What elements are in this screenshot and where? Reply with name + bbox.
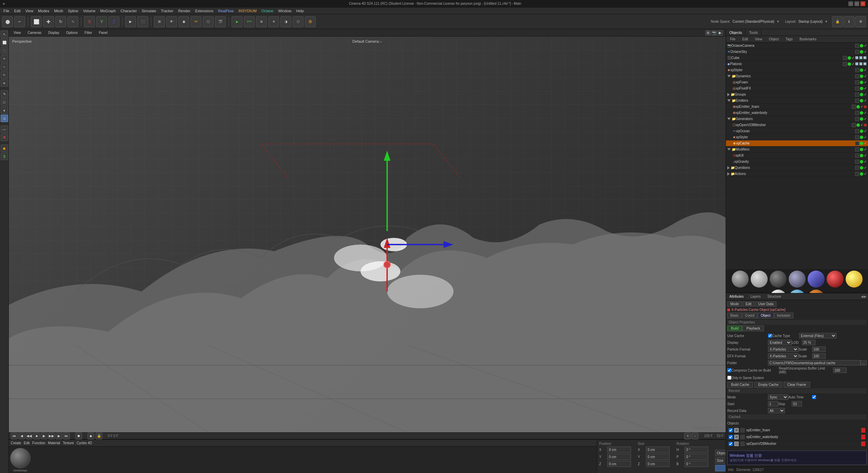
particle-format-select[interactable]: X-Particles xyxy=(768,347,798,352)
menu-mesh[interactable]: Mesh xyxy=(52,8,65,14)
tool-line[interactable]: — xyxy=(1,125,8,133)
preview-sphere-red[interactable] xyxy=(827,271,844,288)
toolbar-select-model[interactable]: ⬜ xyxy=(31,16,42,27)
actions-expand[interactable] xyxy=(727,172,730,176)
record-data-select[interactable]: All xyxy=(768,408,785,413)
obj-xpopenvdbmesher[interactable]: ⬡ xpOpenVDBMesher ✓ xyxy=(726,122,868,128)
tool-magnet[interactable]: ⊙ xyxy=(1,115,8,122)
obj-octanesky[interactable]: ☀ OctaneSky ✓ xyxy=(726,49,868,55)
obj-subtab-tags[interactable]: Tags xyxy=(783,37,795,42)
stop-btn[interactable]: ■ xyxy=(33,433,40,439)
preview-sphere-blend[interactable] xyxy=(789,271,806,288)
toolbar-icon4[interactable]: ☀ xyxy=(268,16,279,27)
rot-p-input[interactable] xyxy=(685,454,708,460)
toolbar-icon3[interactable]: ⊚ xyxy=(256,16,267,27)
attr-tab-attributes[interactable]: Attributes xyxy=(726,294,747,299)
obj-subtab-object[interactable]: Object xyxy=(766,37,782,42)
menu-octane[interactable]: Octane xyxy=(259,8,275,14)
obj-questions-folder[interactable]: 📁 Questions ✓ xyxy=(726,165,868,171)
cached-check-foam[interactable] xyxy=(729,428,733,432)
toolbar-z-axis[interactable]: Z xyxy=(108,16,119,27)
obj-groups-folder[interactable]: 📁 Groups ✓ xyxy=(726,92,868,98)
vp-cameras-btn[interactable]: Cameras xyxy=(26,30,44,35)
obj-subtab-view[interactable]: View xyxy=(752,37,765,42)
toolbar-icon6[interactable]: ⬡ xyxy=(293,16,303,27)
obj-vis-check[interactable] xyxy=(855,111,859,115)
cache-type-select[interactable]: External (Files) Internal xyxy=(799,333,836,338)
obj-vis-check[interactable] xyxy=(855,74,859,78)
minimize-button[interactable]: − xyxy=(848,1,853,6)
playback-tab-btn[interactable]: Playback xyxy=(743,326,764,331)
timeline-zoom-in[interactable]: + xyxy=(684,433,691,439)
obj-platonic[interactable]: ◆ Platonic ✓ 🔢 🔣 🔤 xyxy=(726,61,868,67)
tab-tools[interactable]: Tools xyxy=(746,29,762,36)
obj-vis-check[interactable] xyxy=(855,147,859,152)
folder-input[interactable] xyxy=(768,360,861,366)
obj-vis-check[interactable] xyxy=(843,56,847,60)
cached-item-vdb[interactable]: ⬡ xpOpenVDBMesher xyxy=(727,440,867,447)
menu-edit[interactable]: Edit xyxy=(12,8,23,14)
cached-check-waterbody[interactable] xyxy=(729,435,733,439)
layout-dropdown[interactable]: ▼ xyxy=(825,20,828,23)
modifiers-expand[interactable] xyxy=(727,148,731,151)
attr-tab-coord[interactable]: Coord xyxy=(742,313,757,318)
size-y-input[interactable] xyxy=(646,454,670,460)
empty-cache-btn[interactable]: Empty Cache xyxy=(754,382,782,388)
mode-select[interactable]: Sync Async xyxy=(768,394,788,400)
play-back-btn[interactable]: ◀◀ xyxy=(26,433,33,439)
clear-frame-btn[interactable]: Clear Frame xyxy=(784,382,810,388)
preview-sphere-blue[interactable] xyxy=(808,271,825,288)
obj-vis-check[interactable] xyxy=(855,154,859,158)
tool-transform[interactable]: ⊕ xyxy=(1,79,8,87)
size-z-input[interactable] xyxy=(646,461,670,467)
rot-h-input[interactable] xyxy=(685,447,708,453)
menu-extensions[interactable]: Extensions xyxy=(193,8,215,14)
tool-rotate[interactable]: ↻ xyxy=(1,71,8,79)
mat-function[interactable]: Function xyxy=(32,441,45,445)
menu-modes[interactable]: Modes xyxy=(36,8,51,14)
tool-pen[interactable]: ✎ xyxy=(1,90,8,98)
obj-octanecamera[interactable]: 📷 OctaneCamera ✓ xyxy=(726,43,868,49)
obj-cube[interactable]: ⬛ Cube ✓ 🔢 🔣 🔤 xyxy=(726,55,868,61)
toolbar-scale[interactable]: ⤡ xyxy=(67,16,78,27)
menu-tracker[interactable]: Tracker xyxy=(159,8,176,14)
obj-vis-check[interactable] xyxy=(855,44,859,48)
build-cache-btn[interactable]: Build Cache xyxy=(727,382,753,388)
toolbar-rotate[interactable]: ↻ xyxy=(55,16,66,27)
menu-render[interactable]: Render xyxy=(176,8,192,14)
obj-vis-check[interactable] xyxy=(855,166,859,170)
generators-expand[interactable] xyxy=(727,118,731,120)
tool-polypen[interactable]: ⬡ xyxy=(1,98,8,106)
attr-nav-fwd[interactable]: ▶ xyxy=(864,295,867,298)
play-fwd-btn[interactable]: ▶▶ xyxy=(48,433,55,439)
obj-xpfluidfx[interactable]: ◎ xpFluidFX ✓ xyxy=(726,85,868,92)
tool-xp1[interactable]: ◉ xyxy=(1,144,8,152)
preview-sphere-grey[interactable] xyxy=(732,271,749,288)
obj-xpemitter-waterbody[interactable]: ⊕ xpEmitter_waterbody ✓ xyxy=(726,110,868,116)
next-frame-btn[interactable]: ▶ xyxy=(56,433,62,439)
maximize-button[interactable]: □ xyxy=(854,1,859,6)
auto-time-checkbox[interactable] xyxy=(812,395,816,399)
vp-grid-btn[interactable]: ⊞ xyxy=(705,30,711,36)
toolbar-ipr[interactable]: IPR xyxy=(244,16,255,27)
obj-vis-check[interactable] xyxy=(855,99,859,103)
attr-tab-basic[interactable]: Basic xyxy=(727,313,742,318)
size-x-input[interactable] xyxy=(646,447,670,453)
obj-xpstyler-gen[interactable]: ★ xpStyler ✓ xyxy=(726,134,868,140)
toolbar-settings[interactable]: ⚙ xyxy=(855,16,866,27)
toolbar-render-view[interactable]: ▶ xyxy=(125,16,136,27)
obj-vis-check[interactable] xyxy=(855,68,859,72)
emitters-expand[interactable] xyxy=(727,99,731,102)
obj-xpcache[interactable]: ⏺ xpCache ✓ xyxy=(726,140,868,146)
timeline-zoom-out[interactable]: - xyxy=(692,433,698,439)
obj-subtab-edit[interactable]: Edit xyxy=(739,37,751,42)
play-btn[interactable]: ▶ xyxy=(41,433,47,439)
vp-options-btn[interactable]: Options xyxy=(64,30,80,35)
cached-item-foam[interactable]: ⊕ xpEmitter_foam xyxy=(727,427,867,434)
toolbar-render-region[interactable]: ⬛ xyxy=(137,16,148,27)
cached-check-vdb[interactable] xyxy=(729,442,733,446)
obj-vis-check[interactable] xyxy=(855,160,859,164)
attr-userdata-btn[interactable]: User Data xyxy=(755,301,776,307)
obj-vis-check[interactable] xyxy=(855,129,859,133)
vp-view-btn[interactable]: View xyxy=(12,30,23,35)
